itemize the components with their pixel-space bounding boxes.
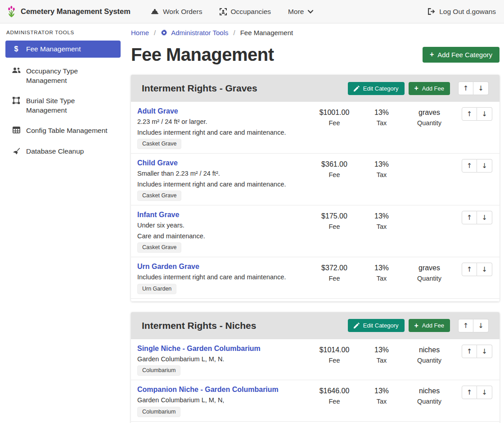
fee-move-up-button[interactable]: ↑ (462, 107, 477, 121)
fee-move-up-button[interactable]: ↑ (462, 386, 477, 399)
fee-row: Companion Niche - Garden Columbarium Gar… (131, 380, 500, 422)
sidebar-item-label: Config Table Management (26, 126, 108, 135)
category-move-down-button[interactable]: ↓ (473, 319, 489, 332)
fee-row: Single Niche - Garden Columbarium Garden… (131, 339, 500, 381)
edit-category-button[interactable]: Edit Category (348, 82, 405, 95)
logout-button[interactable]: Log Out d.gowans (428, 8, 496, 16)
fee-type-badge: Columbarium (137, 365, 180, 376)
category-header: Interment Rights - Graves Edit Category … (131, 75, 500, 102)
tax-label: Tax (359, 171, 404, 178)
add-fee-button[interactable]: + Add Fee (409, 319, 450, 332)
fee-row: Infant Grave Under six years. Care and m… (131, 205, 500, 257)
fee-description: Garden Columbarium L, M, N, (137, 396, 310, 405)
fee-reorder-group: ↑ ↓ (462, 345, 492, 358)
table-icon (11, 127, 21, 133)
quantity-unit: niches (404, 386, 454, 396)
tax-amount: 13% (359, 263, 404, 273)
plus-icon: + (414, 323, 418, 329)
fee-description: 2.23 m² / 24 ft² or larger. (137, 117, 310, 127)
edit-category-label: Edit Category (363, 85, 399, 92)
add-fee-category-label: Add Fee Category (437, 51, 492, 59)
fee-move-down-button[interactable]: ↓ (477, 386, 492, 399)
fee-label: Fee (310, 119, 359, 127)
fee-amount: $175.00 (310, 211, 359, 221)
category-move-up-button[interactable]: ↑ (458, 319, 473, 332)
sidebar-item-config-table-management[interactable]: Config Table Management (5, 123, 121, 139)
sidebar-item-label: Fee Management (26, 45, 81, 54)
fee-move-up-button[interactable]: ↑ (462, 345, 477, 358)
plus-icon: + (430, 51, 434, 58)
fee-description: Care and maintenance. (137, 232, 310, 241)
fee-title-link[interactable]: Infant Grave (137, 210, 179, 220)
app-brand[interactable]: Cemetery Management System (6, 6, 130, 18)
category-move-down-button[interactable]: ↓ (473, 82, 489, 95)
fee-move-down-button[interactable]: ↓ (477, 263, 492, 276)
fee-title-link[interactable]: Single Niche - Garden Columbarium (137, 344, 261, 354)
fee-amount: $1014.00 (310, 345, 359, 355)
pencil-icon (354, 323, 360, 328)
fee-title-link[interactable]: Adult Grave (137, 106, 178, 116)
nav-work-orders[interactable]: Work Orders (142, 0, 211, 23)
fee-description: Garden Columbarium L, M, N. (137, 355, 310, 364)
edit-category-button[interactable]: Edit Category (348, 319, 405, 332)
hard-hat-icon (151, 9, 159, 15)
quantity-label: Quantity (404, 357, 454, 364)
sidebar-heading: ADMINISTRATOR TOOLS (5, 29, 121, 41)
fee-reorder-group: ↑ ↓ (462, 159, 492, 173)
main-content: Home / Administrator Tools / Fee Managem… (126, 23, 504, 423)
tax-label: Tax (359, 275, 404, 282)
sidebar-item-label: Occupancy Type Management (26, 67, 116, 85)
breadcrumb-current: Fee Management (240, 29, 293, 36)
sidebar-item-burial-site-type-management[interactable]: Burial Site Type Management (5, 93, 121, 118)
fee-label: Fee (310, 275, 359, 282)
fee-description: Under six years. (137, 221, 310, 231)
nav-more[interactable]: More (279, 0, 322, 23)
breadcrumb-separator: / (154, 29, 156, 36)
fee-type-badge: Casket Grave (137, 191, 181, 201)
sidebar-item-database-cleanup[interactable]: Database Cleanup (5, 143, 121, 159)
add-fee-button[interactable]: + Add Fee (409, 82, 450, 95)
fee-reorder-group: ↑ ↓ (462, 263, 492, 276)
fee-reorder-group: ↑ ↓ (462, 211, 492, 224)
fee-reorder-group: ↑ ↓ (462, 386, 492, 399)
fee-move-down-button[interactable]: ↓ (477, 159, 492, 173)
fee-label: Fee (310, 398, 359, 405)
portrait-frame-icon (220, 8, 227, 15)
fee-move-down-button[interactable]: ↓ (477, 107, 492, 121)
fee-title-link[interactable]: Companion Niche - Garden Columbarium (137, 385, 279, 395)
broom-icon (11, 147, 21, 155)
fee-move-down-button[interactable]: ↓ (477, 345, 492, 358)
logout-icon (428, 8, 435, 15)
breadcrumb-separator: / (233, 29, 235, 36)
fee-move-up-button[interactable]: ↑ (462, 211, 477, 224)
quantity-label: Quantity (404, 119, 454, 127)
plus-icon: + (414, 85, 418, 91)
category-title: Interment Rights - Niches (142, 320, 256, 331)
add-fee-category-button[interactable]: + Add Fee Category (423, 47, 500, 63)
quantity-label: Quantity (404, 398, 454, 405)
sidebar: ADMINISTRATOR TOOLS $ Fee Management Occ… (0, 23, 126, 423)
breadcrumb-admin-tools-link[interactable]: Administrator Tools (161, 29, 228, 36)
sidebar-item-fee-management[interactable]: $ Fee Management (5, 41, 121, 58)
top-navbar: Cemetery Management System Work Orders O… (0, 0, 504, 23)
nav-occupancies[interactable]: Occupancies (211, 0, 280, 23)
fee-reorder-group: ↑ ↓ (462, 107, 492, 121)
fee-move-down-button[interactable]: ↓ (477, 211, 492, 224)
category-card-niches: Interment Rights - Niches Edit Category … (131, 312, 500, 423)
fee-move-up-button[interactable]: ↑ (462, 159, 477, 173)
breadcrumb-home-link[interactable]: Home (131, 29, 149, 36)
tax-amount: 13% (359, 345, 404, 355)
sidebar-item-occupancy-type-management[interactable]: Occupancy Type Management (5, 63, 121, 89)
nav-occupancies-label: Occupancies (231, 8, 271, 16)
tax-label: Tax (359, 223, 404, 230)
category-move-up-button[interactable]: ↑ (458, 82, 473, 95)
frame-corners-icon (11, 97, 21, 104)
fee-description: Includes interment right and care and ma… (137, 180, 310, 190)
fee-move-up-button[interactable]: ↑ (462, 263, 477, 276)
tax-label: Tax (359, 357, 404, 364)
category-reorder-group: ↑ ↓ (458, 319, 489, 332)
fee-title-link[interactable]: Urn Garden Grave (137, 262, 199, 272)
fee-description: Smaller than 2.23 m² / 24 ft². (137, 169, 310, 179)
fee-title-link[interactable]: Child Grave (137, 158, 178, 168)
tax-label: Tax (359, 398, 404, 405)
